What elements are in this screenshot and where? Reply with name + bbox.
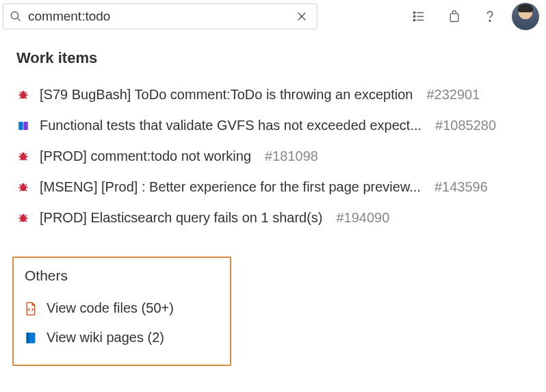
- bug-icon: [16, 211, 30, 225]
- work-item-id: #181098: [265, 148, 318, 164]
- topbar-actions: [405, 3, 539, 30]
- svg-line-28: [20, 159, 21, 160]
- svg-line-37: [25, 190, 27, 191]
- svg-point-11: [489, 21, 491, 22]
- work-item-id: #232901: [427, 87, 480, 103]
- svg-point-6: [413, 16, 415, 18]
- clear-search-button[interactable]: [292, 3, 311, 30]
- work-item-title: [S79 BugBash] ToDo comment:ToDo is throw…: [40, 87, 413, 103]
- svg-line-42: [20, 215, 21, 216]
- svg-line-19: [25, 97, 27, 99]
- svg-rect-20: [18, 122, 23, 130]
- others-section: Others View code files (50+) View wiki p…: [12, 257, 231, 366]
- work-item[interactable]: [MSENG] [Prod] : Better experience for t…: [16, 172, 530, 202]
- svg-line-1: [18, 18, 21, 21]
- avatar[interactable]: [512, 3, 539, 30]
- svg-rect-39: [22, 214, 25, 217]
- work-item[interactable]: [PROD] comment:todo not working #181098: [16, 141, 530, 172]
- help-icon[interactable]: [476, 3, 504, 30]
- svg-rect-10: [450, 14, 458, 22]
- work-item-id: #194090: [337, 210, 390, 226]
- svg-point-8: [413, 19, 415, 21]
- bug-icon: [16, 88, 30, 102]
- view-code-files-link[interactable]: View code files (50+): [25, 293, 219, 323]
- svg-line-43: [25, 215, 27, 216]
- search-icon: [9, 10, 23, 23]
- work-items-list: [S79 BugBash] ToDo comment:ToDo is throw…: [16, 79, 530, 233]
- search-results: Work items [S79 BugBash] ToDo comment:To…: [0, 33, 546, 366]
- search-box[interactable]: [3, 3, 317, 29]
- svg-line-27: [25, 153, 27, 155]
- code-file-icon: [25, 302, 37, 315]
- work-item-title: [PROD] comment:todo not working: [40, 148, 251, 164]
- others-heading: Others: [25, 267, 219, 284]
- book-icon: [16, 119, 30, 133]
- wiki-icon: [25, 331, 37, 345]
- svg-line-26: [20, 153, 21, 155]
- svg-point-0: [11, 12, 18, 19]
- svg-rect-23: [22, 153, 25, 155]
- shopping-bag-icon[interactable]: [441, 3, 468, 30]
- work-item-title: [MSENG] [Prod] : Better experience for t…: [40, 179, 421, 195]
- svg-line-35: [25, 184, 27, 185]
- work-item-id: #143596: [434, 179, 488, 195]
- work-item[interactable]: [S79 BugBash] ToDo comment:ToDo is throw…: [16, 79, 530, 110]
- topbar: [0, 0, 546, 33]
- svg-rect-13: [22, 91, 25, 94]
- svg-line-34: [20, 184, 21, 185]
- svg-line-45: [25, 220, 27, 222]
- view-wiki-pages-link[interactable]: View wiki pages (2): [25, 323, 219, 352]
- search-input[interactable]: [23, 9, 292, 24]
- bug-icon: [16, 181, 30, 194]
- list-icon[interactable]: [405, 3, 432, 30]
- work-item-id: #1085280: [435, 118, 496, 133]
- svg-point-4: [413, 12, 415, 14]
- svg-line-29: [25, 159, 27, 160]
- svg-rect-31: [22, 183, 25, 186]
- svg-line-44: [20, 220, 21, 222]
- work-item[interactable]: Functional tests that validate GVFS has …: [16, 110, 530, 141]
- work-item-title: Functional tests that validate GVFS has …: [40, 118, 421, 133]
- svg-rect-21: [23, 122, 27, 130]
- svg-line-16: [20, 92, 21, 93]
- svg-line-36: [20, 190, 21, 191]
- other-item-label: View wiki pages (2): [47, 330, 164, 345]
- svg-line-18: [20, 97, 21, 99]
- bug-icon: [16, 150, 30, 164]
- other-item-label: View code files (50+): [47, 300, 174, 316]
- work-item-title: [PROD] Elasticsearch query fails on 1 sh…: [40, 210, 323, 226]
- svg-rect-47: [27, 332, 29, 343]
- work-item[interactable]: [PROD] Elasticsearch query fails on 1 sh…: [16, 202, 530, 233]
- svg-line-17: [25, 92, 27, 93]
- work-items-heading: Work items: [16, 49, 530, 67]
